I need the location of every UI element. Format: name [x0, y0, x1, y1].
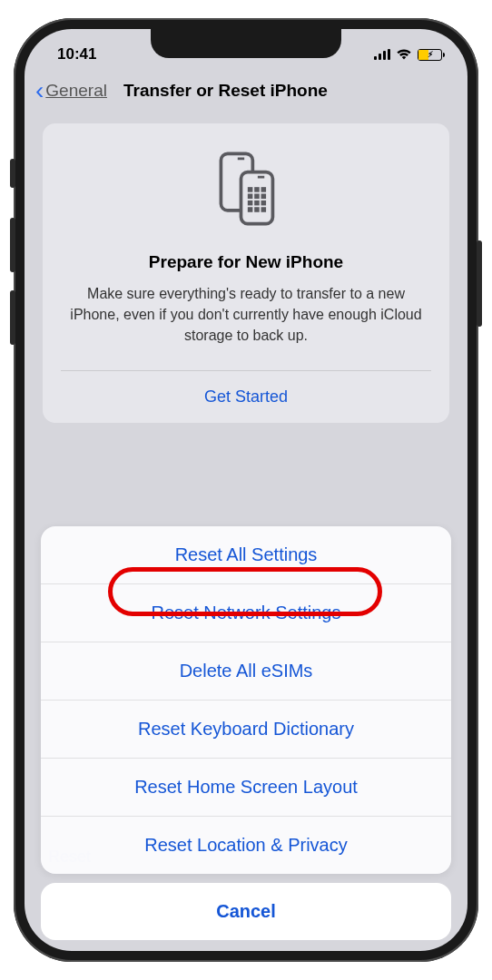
svg-rect-15 [261, 207, 267, 212]
svg-rect-8 [254, 194, 260, 200]
battery-icon: ⚡︎ [418, 49, 442, 61]
status-time: 10:41 [50, 38, 96, 64]
svg-rect-4 [248, 187, 253, 192]
cell-signal-icon [374, 49, 390, 60]
cancel-button[interactable]: Cancel [41, 883, 451, 940]
prepare-card: Prepare for New iPhone Make sure everyth… [43, 123, 449, 423]
prepare-title: Prepare for New iPhone [61, 252, 431, 272]
svg-rect-10 [248, 201, 253, 206]
back-chevron-icon[interactable]: ‹ [35, 78, 44, 103]
svg-rect-14 [254, 207, 260, 212]
reset-all-settings[interactable]: Reset All Settings [41, 526, 451, 584]
devices-icon [61, 147, 431, 230]
screen: 10:41 ⚡︎ ‹ General Transfer or Re [25, 29, 467, 951]
nav-bar: ‹ General Transfer or Reset iPhone [25, 73, 467, 114]
reset-location-privacy[interactable]: Reset Location & Privacy [41, 817, 451, 874]
svg-rect-11 [254, 201, 260, 206]
delete-all-esims[interactable]: Delete All eSIMs [41, 642, 451, 701]
page-title: Transfer or Reset iPhone [123, 81, 328, 101]
back-button[interactable]: General [45, 81, 107, 101]
reset-keyboard-dictionary[interactable]: Reset Keyboard Dictionary [41, 701, 451, 759]
svg-rect-7 [248, 194, 253, 200]
volume-down [10, 290, 15, 345]
svg-rect-12 [261, 201, 267, 206]
action-sheet: Reset All Settings Reset Network Setting… [25, 526, 467, 951]
charging-bolt-icon: ⚡︎ [428, 50, 433, 59]
svg-rect-6 [261, 187, 267, 192]
reset-network-settings[interactable]: Reset Network Settings [41, 584, 451, 642]
phone-frame: 10:41 ⚡︎ ‹ General Transfer or Re [14, 18, 478, 962]
wifi-icon [396, 48, 412, 61]
power-button [477, 240, 482, 327]
svg-rect-5 [254, 187, 260, 192]
reset-home-screen-layout[interactable]: Reset Home Screen Layout [41, 759, 451, 817]
svg-rect-9 [261, 194, 267, 200]
volume-up [10, 218, 15, 272]
prepare-description: Make sure everything's ready to transfer… [64, 283, 428, 347]
notch [151, 29, 341, 58]
get-started-button[interactable]: Get Started [61, 370, 431, 423]
svg-rect-13 [248, 207, 253, 212]
mute-switch [10, 159, 15, 188]
